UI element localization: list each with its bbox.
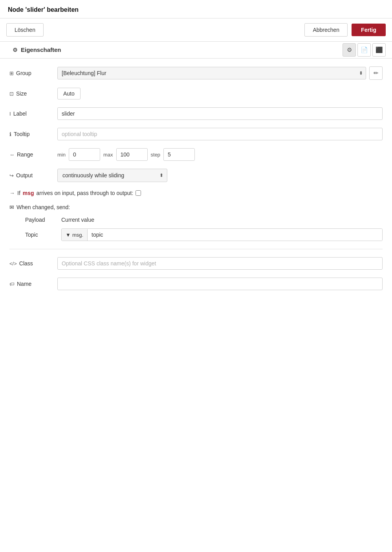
range-row: ↔ Range min max step	[9, 148, 383, 161]
when-changed-label: When changed, send:	[16, 204, 70, 210]
msg-passthrough-row: → If msg arrives on input, pass through …	[9, 190, 383, 196]
range-inputs: min max step	[57, 148, 195, 161]
group-select-wrap: [Beleuchtung] Flur ⬍	[57, 67, 366, 79]
label-label: I Label	[9, 110, 53, 117]
msg-text-post: arrives on input, pass through to output…	[37, 190, 134, 196]
range-arrows-icon: ↔	[9, 152, 15, 158]
output-row: ↪ Output continuously while sliding only…	[9, 169, 383, 182]
output-label-text: Output	[16, 172, 33, 178]
tooltip-label-text: Tooltip	[14, 131, 29, 137]
topic-input[interactable]	[88, 229, 382, 241]
label-input[interactable]	[57, 107, 383, 120]
msg-passthrough-checkbox[interactable]	[136, 190, 141, 196]
size-label-text: Size	[16, 90, 27, 97]
cancel-button[interactable]: Abbrechen	[304, 23, 348, 37]
name-label-text: Name	[17, 281, 31, 287]
tab-doc-icon-btn[interactable]: 📄	[357, 43, 371, 57]
msg-text-pre: If	[17, 190, 20, 196]
topic-prefix-arrow-icon: ▼	[66, 232, 71, 238]
output-select[interactable]: continuously while sliding only on relea…	[57, 169, 167, 182]
label-label-text: Label	[13, 110, 27, 117]
topic-input-wrap: ▼ msg.	[61, 228, 383, 241]
payload-row: Payload Current value	[9, 217, 383, 223]
range-label: ↔ Range	[9, 151, 53, 158]
label-row: I Label	[9, 107, 383, 120]
size-row: ⊡ Size Auto	[9, 88, 383, 99]
topic-row: Topic ▼ msg.	[9, 228, 383, 241]
payload-label: Payload	[25, 217, 57, 223]
name-row: 🏷 Name	[9, 278, 383, 290]
when-changed-section: ✉ When changed, send: Payload Current va…	[9, 204, 383, 241]
class-code-icon: </>	[9, 261, 17, 267]
size-icon: ⊡	[9, 91, 14, 97]
topic-prefix[interactable]: ▼ msg.	[62, 229, 88, 241]
when-changed-title: ✉ When changed, send:	[9, 204, 383, 210]
class-input[interactable]	[57, 257, 383, 270]
group-icon: ⊞	[9, 70, 14, 76]
page-title: Node 'slider' bearbeiten	[8, 6, 79, 13]
tooltip-label: ℹ Tooltip	[9, 131, 53, 137]
group-label-text: Group	[16, 70, 31, 76]
group-edit-button[interactable]: ✏	[369, 66, 383, 80]
class-label: </> Class	[9, 260, 53, 267]
payload-value: Current value	[61, 217, 94, 223]
class-row: </> Class	[9, 257, 383, 270]
tab-properties[interactable]: ⚙ Eigenschaften	[6, 42, 68, 59]
range-min-input[interactable]	[69, 148, 100, 161]
group-select[interactable]: [Beleuchtung] Flur	[57, 67, 366, 79]
toolbar: Löschen Abbrechen Fertig	[0, 18, 392, 42]
output-arrow-icon: ↪	[9, 173, 14, 178]
range-step-label: step	[151, 152, 161, 158]
range-max-label: max	[103, 152, 113, 158]
tooltip-row: ℹ Tooltip	[9, 128, 383, 140]
msg-keyword: msg	[23, 190, 34, 196]
range-max-input[interactable]	[116, 148, 148, 161]
tab-icons-right: ⚙ 📄 ⬛	[343, 43, 386, 57]
range-min-label: min	[57, 152, 66, 158]
tooltip-info-icon: ℹ	[9, 131, 11, 137]
label-cursor-icon: I	[9, 111, 11, 117]
delete-button[interactable]: Löschen	[6, 23, 44, 37]
class-label-text: Class	[19, 260, 33, 267]
size-label: ⊡ Size	[9, 90, 53, 97]
page-header: Node 'slider' bearbeiten	[0, 0, 392, 18]
topic-label: Topic	[25, 232, 57, 238]
tabs-bar: ⚙ Eigenschaften ⚙ 📄 ⬛	[0, 42, 392, 59]
output-label: ↪ Output	[9, 172, 53, 178]
properties-gear-icon: ⚙	[13, 47, 18, 53]
tooltip-input[interactable]	[57, 128, 383, 140]
msg-arrow-icon: →	[9, 190, 15, 196]
form-body: ⊞ Group [Beleuchtung] Flur ⬍ ✏ ⊡ Size Au…	[0, 59, 392, 306]
tab-gear-icon-btn[interactable]: ⚙	[343, 43, 356, 57]
topic-prefix-text: msg.	[72, 232, 83, 238]
range-label-text: Range	[17, 151, 33, 158]
when-changed-envelope-icon: ✉	[9, 204, 14, 210]
range-step-input[interactable]	[163, 148, 195, 161]
group-label: ⊞ Group	[9, 70, 53, 76]
name-label: 🏷 Name	[9, 281, 53, 287]
name-input[interactable]	[57, 278, 383, 290]
divider	[9, 249, 383, 249]
group-row: ⊞ Group [Beleuchtung] Flur ⬍ ✏	[9, 66, 383, 80]
tab-properties-label: Eigenschaften	[21, 46, 61, 53]
done-button[interactable]: Fertig	[352, 24, 386, 36]
name-tag-icon: 🏷	[9, 281, 15, 287]
output-select-wrap: continuously while sliding only on relea…	[57, 169, 167, 182]
size-button[interactable]: Auto	[57, 88, 81, 99]
tab-layout-icon-btn[interactable]: ⬛	[372, 43, 386, 57]
